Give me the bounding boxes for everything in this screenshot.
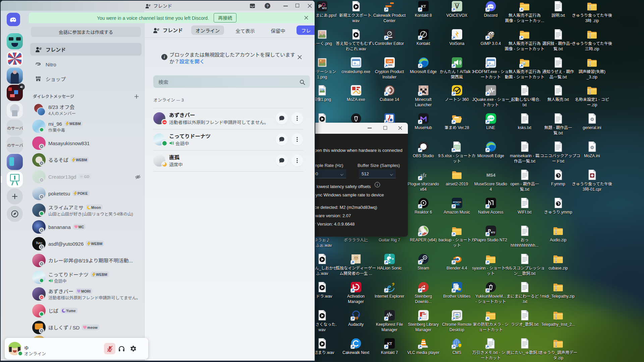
svg-text:NT2: NT2 — [322, 7, 326, 9]
svg-text:?: ? — [266, 4, 269, 8]
svg-text:MS4: MS4 — [486, 173, 496, 178]
svg-text:P: P — [318, 3, 321, 9]
